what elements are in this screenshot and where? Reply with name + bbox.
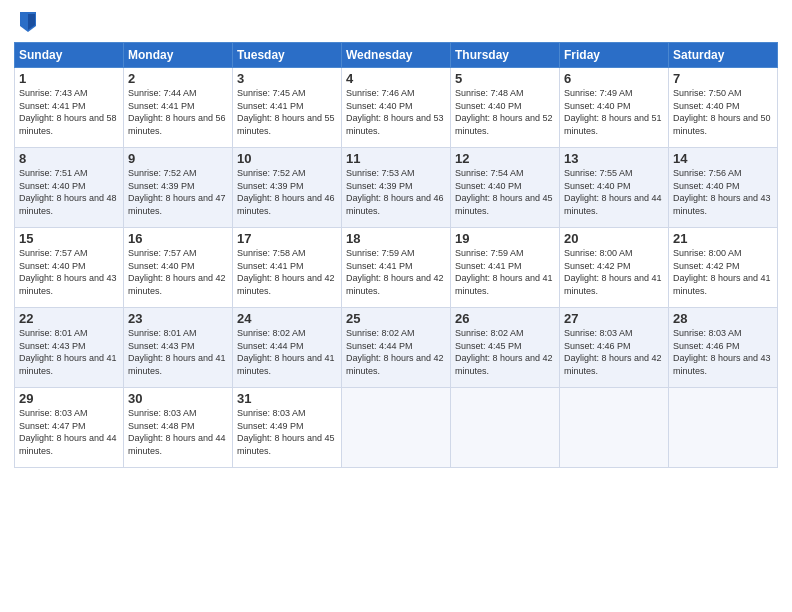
calendar-day-19: 19Sunrise: 7:59 AMSunset: 4:41 PMDayligh…: [451, 228, 560, 308]
logo-icon: [18, 10, 38, 34]
calendar-day-24: 24Sunrise: 8:02 AMSunset: 4:44 PMDayligh…: [233, 308, 342, 388]
logo: [14, 10, 38, 34]
calendar-day-6: 6Sunrise: 7:49 AMSunset: 4:40 PMDaylight…: [560, 68, 669, 148]
calendar-day-11: 11Sunrise: 7:53 AMSunset: 4:39 PMDayligh…: [342, 148, 451, 228]
calendar-day-10: 10Sunrise: 7:52 AMSunset: 4:39 PMDayligh…: [233, 148, 342, 228]
day-header-thursday: Thursday: [451, 43, 560, 68]
calendar-day-13: 13Sunrise: 7:55 AMSunset: 4:40 PMDayligh…: [560, 148, 669, 228]
empty-cell: [342, 388, 451, 468]
calendar-header-row: SundayMondayTuesdayWednesdayThursdayFrid…: [15, 43, 778, 68]
calendar-day-14: 14Sunrise: 7:56 AMSunset: 4:40 PMDayligh…: [669, 148, 778, 228]
calendar-day-25: 25Sunrise: 8:02 AMSunset: 4:44 PMDayligh…: [342, 308, 451, 388]
header: [14, 10, 778, 34]
calendar-day-26: 26Sunrise: 8:02 AMSunset: 4:45 PMDayligh…: [451, 308, 560, 388]
day-header-friday: Friday: [560, 43, 669, 68]
calendar-table: SundayMondayTuesdayWednesdayThursdayFrid…: [14, 42, 778, 468]
page-container: SundayMondayTuesdayWednesdayThursdayFrid…: [0, 0, 792, 476]
calendar-day-12: 12Sunrise: 7:54 AMSunset: 4:40 PMDayligh…: [451, 148, 560, 228]
calendar-day-8: 8Sunrise: 7:51 AMSunset: 4:40 PMDaylight…: [15, 148, 124, 228]
calendar-day-1: 1Sunrise: 7:43 AMSunset: 4:41 PMDaylight…: [15, 68, 124, 148]
calendar-day-4: 4Sunrise: 7:46 AMSunset: 4:40 PMDaylight…: [342, 68, 451, 148]
day-header-tuesday: Tuesday: [233, 43, 342, 68]
day-header-sunday: Sunday: [15, 43, 124, 68]
calendar-day-9: 9Sunrise: 7:52 AMSunset: 4:39 PMDaylight…: [124, 148, 233, 228]
day-header-monday: Monday: [124, 43, 233, 68]
day-header-saturday: Saturday: [669, 43, 778, 68]
calendar-day-22: 22Sunrise: 8:01 AMSunset: 4:43 PMDayligh…: [15, 308, 124, 388]
calendar-day-17: 17Sunrise: 7:58 AMSunset: 4:41 PMDayligh…: [233, 228, 342, 308]
calendar-day-28: 28Sunrise: 8:03 AMSunset: 4:46 PMDayligh…: [669, 308, 778, 388]
calendar-day-7: 7Sunrise: 7:50 AMSunset: 4:40 PMDaylight…: [669, 68, 778, 148]
calendar-day-31: 31Sunrise: 8:03 AMSunset: 4:49 PMDayligh…: [233, 388, 342, 468]
calendar-day-30: 30Sunrise: 8:03 AMSunset: 4:48 PMDayligh…: [124, 388, 233, 468]
calendar-day-27: 27Sunrise: 8:03 AMSunset: 4:46 PMDayligh…: [560, 308, 669, 388]
calendar-day-29: 29Sunrise: 8:03 AMSunset: 4:47 PMDayligh…: [15, 388, 124, 468]
calendar-day-3: 3Sunrise: 7:45 AMSunset: 4:41 PMDaylight…: [233, 68, 342, 148]
empty-cell: [451, 388, 560, 468]
calendar-day-15: 15Sunrise: 7:57 AMSunset: 4:40 PMDayligh…: [15, 228, 124, 308]
calendar-day-21: 21Sunrise: 8:00 AMSunset: 4:42 PMDayligh…: [669, 228, 778, 308]
calendar-week-3: 15Sunrise: 7:57 AMSunset: 4:40 PMDayligh…: [15, 228, 778, 308]
calendar-day-2: 2Sunrise: 7:44 AMSunset: 4:41 PMDaylight…: [124, 68, 233, 148]
calendar-week-5: 29Sunrise: 8:03 AMSunset: 4:47 PMDayligh…: [15, 388, 778, 468]
calendar-day-18: 18Sunrise: 7:59 AMSunset: 4:41 PMDayligh…: [342, 228, 451, 308]
calendar-day-23: 23Sunrise: 8:01 AMSunset: 4:43 PMDayligh…: [124, 308, 233, 388]
empty-cell: [560, 388, 669, 468]
calendar-week-1: 1Sunrise: 7:43 AMSunset: 4:41 PMDaylight…: [15, 68, 778, 148]
calendar-day-20: 20Sunrise: 8:00 AMSunset: 4:42 PMDayligh…: [560, 228, 669, 308]
calendar-week-2: 8Sunrise: 7:51 AMSunset: 4:40 PMDaylight…: [15, 148, 778, 228]
calendar-day-5: 5Sunrise: 7:48 AMSunset: 4:40 PMDaylight…: [451, 68, 560, 148]
day-header-wednesday: Wednesday: [342, 43, 451, 68]
calendar-day-16: 16Sunrise: 7:57 AMSunset: 4:40 PMDayligh…: [124, 228, 233, 308]
empty-cell: [669, 388, 778, 468]
calendar-body: 1Sunrise: 7:43 AMSunset: 4:41 PMDaylight…: [15, 68, 778, 468]
calendar-week-4: 22Sunrise: 8:01 AMSunset: 4:43 PMDayligh…: [15, 308, 778, 388]
